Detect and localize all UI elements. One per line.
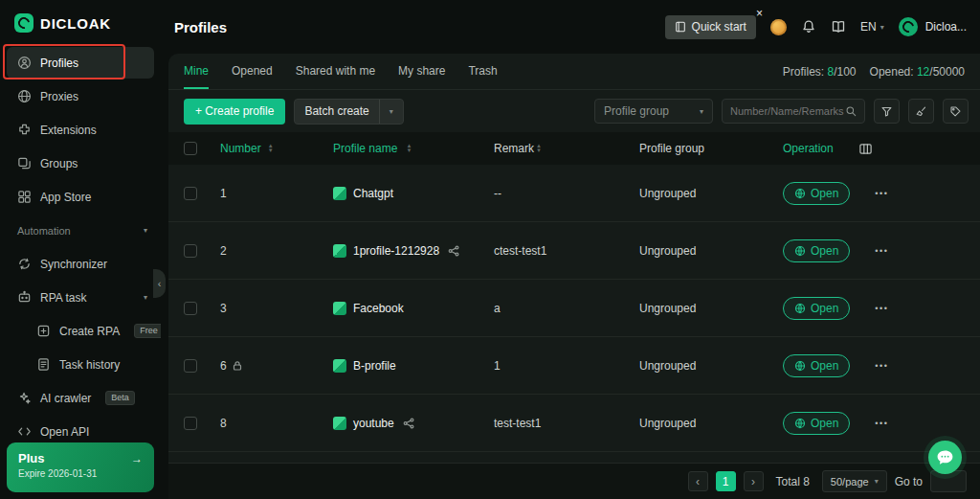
row-checkbox[interactable] <box>184 417 197 430</box>
sidebar-item-ai-crawler[interactable]: AI crawler Beta <box>0 381 161 415</box>
search-icon[interactable] <box>845 105 857 117</box>
chevron-down-icon: ▾ <box>875 477 879 486</box>
brand-name: DICLOAK <box>40 15 111 32</box>
browser-profile-icon <box>333 302 346 315</box>
open-profile-button[interactable]: Open <box>783 182 850 205</box>
sidebar-item-label: AI crawler <box>40 392 91 405</box>
row-more-button[interactable]: ••• <box>875 189 888 198</box>
row-more-button[interactable]: ••• <box>875 361 888 371</box>
language-select[interactable]: EN ▾ <box>860 20 884 34</box>
share-icon[interactable] <box>403 418 414 429</box>
tab-opened[interactable]: Opened <box>232 54 273 89</box>
row-checkbox[interactable] <box>184 302 197 315</box>
close-icon[interactable]: × <box>756 7 763 20</box>
sidebar-item-task-history[interactable]: Task history <box>0 348 161 381</box>
filter-button[interactable] <box>874 99 900 124</box>
sort-icon[interactable]: ▲▼ <box>536 144 542 152</box>
open-profile-button[interactable]: Open <box>783 239 850 262</box>
batch-create-label[interactable]: Batch create <box>295 100 378 124</box>
section-label: Automation <box>17 225 71 237</box>
open-label: Open <box>811 359 838 373</box>
ai-crawler-icon <box>17 391 32 405</box>
sidebar-item-app-store[interactable]: App Store <box>0 180 161 214</box>
pagination-page-1[interactable]: 1 <box>716 471 736 491</box>
cell-number: 3 <box>220 302 227 315</box>
open-profile-button[interactable]: Open <box>783 297 850 320</box>
open-label: Open <box>811 417 838 430</box>
sort-icon[interactable]: ▲▼ <box>268 144 274 152</box>
page-size-value: 50/page <box>831 476 869 488</box>
sidebar-item-create-rpa[interactable]: Create RPA Free <box>0 314 161 348</box>
column-settings-icon[interactable] <box>858 142 873 156</box>
extensions-icon <box>17 123 32 137</box>
coin-icon[interactable] <box>770 19 787 35</box>
cell-profile-group: Ungrouped <box>639 359 783 373</box>
docs-icon[interactable] <box>831 19 846 34</box>
free-badge: Free <box>134 324 161 338</box>
sidebar-item-open-api[interactable]: Open API <box>0 415 161 442</box>
browser-globe-icon <box>794 418 806 429</box>
toolbar: + Create profile Batch create ▾ Profile … <box>168 90 980 132</box>
cell-profile-group: Ungrouped <box>639 417 783 430</box>
profiles-stat-total: /100 <box>834 65 856 79</box>
browser-profile-icon <box>333 417 346 430</box>
clear-filter-button[interactable] <box>908 99 934 124</box>
plus-card[interactable]: Plus → Expire 2026-01-31 <box>7 442 154 492</box>
pagination-next-button[interactable]: › <box>744 471 764 491</box>
share-icon[interactable] <box>448 245 459 257</box>
row-checkbox[interactable] <box>184 244 197 258</box>
quick-start-button[interactable]: Quick start <box>665 15 756 39</box>
row-more-button[interactable]: ••• <box>875 246 888 256</box>
row-checkbox[interactable] <box>184 359 197 373</box>
account-name[interactable]: Dicloa... <box>925 20 967 34</box>
batch-create-dropdown[interactable]: ▾ <box>380 100 403 124</box>
search-input[interactable] <box>730 105 845 117</box>
row-more-button[interactable]: ••• <box>875 419 888 428</box>
open-profile-button[interactable]: Open <box>783 412 850 435</box>
row-checkbox[interactable] <box>184 187 197 200</box>
tab-trash[interactable]: Trash <box>468 54 497 89</box>
table-footer: ‹ 1 › Total 8 50/page ▾ Go to <box>168 463 980 499</box>
row-more-button[interactable]: ••• <box>875 304 888 313</box>
cell-remark: a <box>494 302 639 315</box>
sidebar: DICLOAK Profiles Proxies Extensions Grou… <box>0 0 161 499</box>
sidebar-item-extensions[interactable]: Extensions <box>0 113 161 147</box>
table-header: Number▲▼ Profile name▲▼ Remark▲▼ Profile… <box>168 132 980 165</box>
browser-globe-icon <box>794 303 806 314</box>
bell-icon[interactable] <box>801 19 816 34</box>
tag-button[interactable] <box>943 99 969 124</box>
column-operation: Operation <box>783 142 834 155</box>
synchronizer-icon <box>17 257 32 271</box>
sidebar-item-groups[interactable]: Groups <box>0 147 161 180</box>
tab-shared-with-me[interactable]: Shared with me <box>296 54 375 89</box>
tab-mine[interactable]: Mine <box>184 54 209 89</box>
brand-logo[interactable]: DICLOAK <box>0 0 161 46</box>
sidebar-item-synchronizer[interactable]: Synchronizer <box>0 247 161 281</box>
create-profile-button[interactable]: + Create profile <box>184 99 285 125</box>
open-profile-button[interactable]: Open <box>783 354 850 377</box>
page-size-select[interactable]: 50/page ▾ <box>822 470 887 492</box>
select-all-checkbox[interactable] <box>184 142 197 155</box>
sidebar-item-rpa-task[interactable]: RPA task ▾ <box>0 281 161 314</box>
sidebar-collapse-handle[interactable]: ‹ <box>153 269 166 298</box>
browser-globe-icon <box>794 245 806 257</box>
open-api-icon <box>17 424 32 439</box>
rpa-task-icon <box>17 290 32 305</box>
tab-my-share[interactable]: My share <box>398 54 445 89</box>
chat-support-button[interactable] <box>928 441 962 474</box>
sidebar-item-proxies[interactable]: Proxies <box>0 79 161 113</box>
table-row: 3 Facebook a Ungrouped Open ••• <box>168 280 980 337</box>
main-area: Profiles Quick start × EN ▾ Dicloa... Mi… <box>161 0 980 499</box>
cell-profile-name: youtube <box>353 417 394 430</box>
cell-profile-name: Chatgpt <box>353 187 393 200</box>
sidebar-item-profiles[interactable]: Profiles <box>7 47 154 79</box>
sidebar-section-automation[interactable]: Automation ▾ <box>0 214 161 247</box>
batch-create-button[interactable]: Batch create ▾ <box>294 99 403 125</box>
avatar[interactable] <box>899 17 918 36</box>
sort-icon[interactable]: ▲▼ <box>406 144 412 152</box>
pagination-prev-button[interactable]: ‹ <box>688 471 708 491</box>
topbar: Profiles Quick start × EN ▾ Dicloa... <box>161 0 980 54</box>
profile-group-select[interactable]: Profile group ▾ <box>594 99 713 124</box>
profiles-stat-label: Profiles: <box>783 65 824 79</box>
sidebar-item-label: Synchronizer <box>40 258 107 271</box>
